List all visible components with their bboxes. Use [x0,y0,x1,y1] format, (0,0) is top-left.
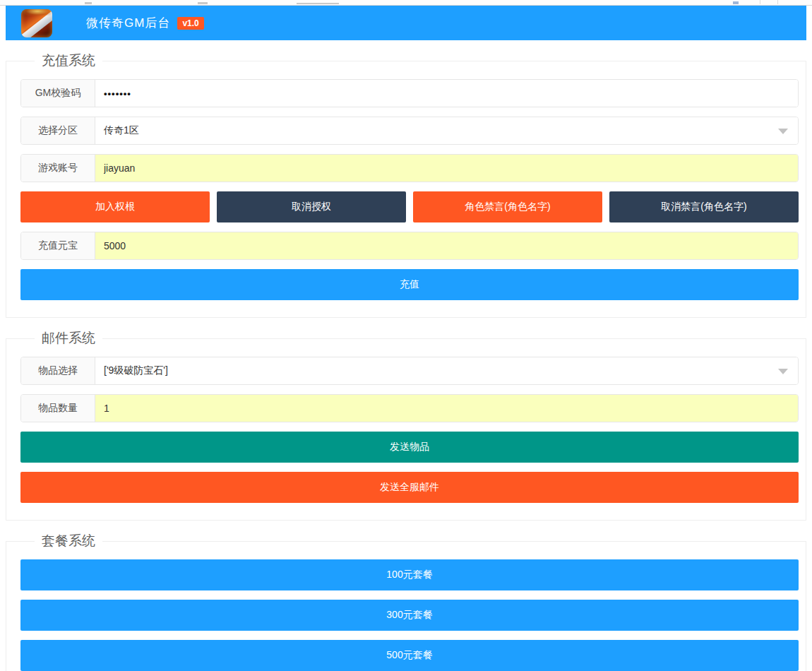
ingots-label: 充值元宝 [21,232,95,259]
zone-row: 选择分区 传奇1区 [20,117,799,145]
quantity-row: 物品数量 [20,394,799,422]
browser-chrome-fragment [733,1,739,4]
chevron-down-icon [778,129,788,134]
package-500-button[interactable]: 500元套餐 [20,640,799,671]
gm-code-row: GM校验码 [20,79,799,107]
cancel-authorization-button[interactable]: 取消授权 [217,191,406,222]
browser-chrome-fragment [85,2,92,4]
package-section-title: 套餐系统 [35,532,102,550]
item-select-row: 物品选择 ['9级破防宝石'] [20,357,799,385]
browser-edge-strip [0,0,812,6]
quantity-label: 物品数量 [21,395,95,422]
mail-section: 邮件系统 物品选择 ['9级破防宝石'] 物品数量 发送物品 发送全服邮件 [6,329,806,521]
quantity-input[interactable] [95,395,798,422]
item-selected-value: ['9级破防宝石'] [104,364,168,377]
browser-chrome-divider [760,0,760,4]
app-logo-icon [21,9,52,37]
app-header: 微传奇GM后台 v1.0 [6,6,806,40]
add-authorization-button[interactable]: 加入权根 [20,191,210,222]
item-select-label: 物品选择 [21,357,95,384]
zone-selected-value: 传奇1区 [104,124,139,137]
unmute-character-button[interactable]: 取消禁言(角色名字) [609,191,799,222]
browser-chrome-divider [777,0,778,4]
mail-section-title: 邮件系统 [35,329,102,348]
mute-character-button[interactable]: 角色禁言(角色名字) [413,191,602,222]
package-300-button[interactable]: 300元套餐 [20,600,799,631]
send-all-server-mail-button[interactable]: 发送全服邮件 [20,472,799,503]
package-100-button[interactable]: 100元套餐 [20,559,799,590]
zone-label: 选择分区 [21,117,95,144]
zone-select[interactable]: 传奇1区 [95,117,798,144]
ingots-row: 充值元宝 [20,232,799,260]
gm-code-input[interactable] [95,80,798,107]
recharge-button[interactable]: 充值 [20,269,799,300]
account-input[interactable] [95,155,798,182]
recharge-section: 充值系统 GM校验码 选择分区 传奇1区 游戏账号 加入权根 取消授权 角色禁言… [6,52,806,318]
item-select[interactable]: ['9级破防宝石'] [95,357,798,384]
package-section: 套餐系统 100元套餐 300元套餐 500元套餐 [6,532,806,671]
account-label: 游戏账号 [21,155,95,182]
chevron-down-icon [778,369,788,374]
version-badge: v1.0 [177,17,203,30]
account-row: 游戏账号 [20,154,799,182]
ingots-input[interactable] [95,232,798,259]
recharge-section-title: 充值系统 [35,52,102,70]
gm-code-label: GM校验码 [21,80,95,107]
app-title: 微传奇GM后台 [86,15,170,31]
browser-chrome-fragment [297,3,339,4]
browser-chrome-fragment [198,2,208,4]
authorization-button-row: 加入权根 取消授权 角色禁言(角色名字) 取消禁言(角色名字) [20,191,799,222]
send-item-button[interactable]: 发送物品 [20,432,799,463]
